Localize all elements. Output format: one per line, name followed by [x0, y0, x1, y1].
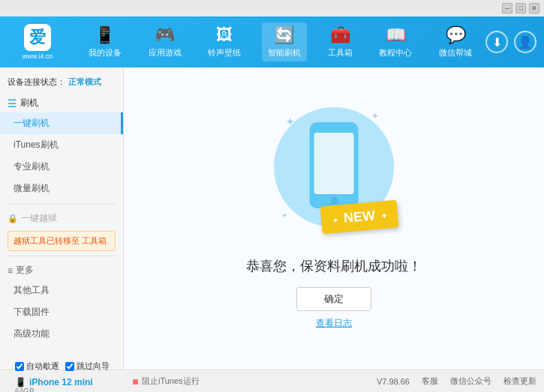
main-area: 设备连接状态： 正常模式 ☰ 刷机 一键刷机 iTunes刷机 专业刷机 微量刷… [0, 67, 544, 370]
phone-shape [310, 122, 359, 208]
nav-bar: 📱 我的设备 🎮 应用游戏 🖼 铃声壁纸 🔄 智能刷机 🧰 工具箱 📖 教程中心… [75, 22, 485, 61]
more-section-label: 更多 [16, 264, 34, 277]
user-btn[interactable]: 👤 [514, 31, 536, 53]
phone-illustration: ✦ ✦ ✦ NEW [274, 107, 394, 242]
wechat-pub-link[interactable]: 微信公众号 [450, 376, 491, 387]
device-name-text: iPhone 12 mini [29, 377, 93, 388]
device-icon: 📱 [15, 377, 26, 388]
status-bar: 设备连接状态： 正常模式 [0, 73, 123, 94]
stop-itunes-area: ⏹ 阻止iTunes运行 [131, 376, 377, 387]
auto-dismiss-label: 自动歇逐 [26, 361, 59, 372]
title-bar: ─ □ ✕ [0, 0, 544, 16]
nav-tools[interactable]: 🧰 工具箱 [322, 22, 359, 61]
more-section-header: ≡ 更多 [0, 261, 123, 280]
sidebar-disabled-jailbreak: 🔒 一键越狱 [0, 209, 123, 228]
status-label: 设备连接状态： [8, 76, 65, 88]
nav-apps-icon: 🎮 [155, 25, 175, 45]
flash-section-header: ☰ 刷机 [0, 94, 123, 112]
bottom-bar: 自动歇逐 跳过向导 📱 iPhone 12 mini 64GB Down-12m… [0, 370, 544, 392]
jailbreak-notice: 越狱工具已转移至 工具箱 [8, 231, 116, 251]
confirm-button[interactable]: 确定 [296, 287, 371, 311]
sidebar-item-data-label: 微量刷机 [14, 183, 50, 193]
success-text: 恭喜您，保资料刷机成功啦！ [246, 257, 422, 275]
nav-wechat-icon: 💬 [446, 25, 466, 45]
nav-smartflash[interactable]: 🔄 智能刷机 [262, 22, 307, 61]
nav-wallpaper[interactable]: 🖼 铃声壁纸 [202, 22, 247, 61]
sidebar-item-other-label: 其他工具 [14, 285, 50, 295]
nav-tutorial-label: 教程中心 [379, 47, 412, 58]
daily-link[interactable]: 查看日志 [316, 317, 352, 330]
sidebar-item-advanced[interactable]: 高级功能 [0, 323, 123, 345]
nav-tutorial-icon: 📖 [386, 25, 406, 45]
skip-wizard-input[interactable] [65, 362, 74, 371]
logo[interactable]: 爱 www.i4.cn [8, 24, 68, 60]
auto-dismiss-input[interactable] [15, 362, 24, 371]
nav-tools-icon: 🧰 [330, 25, 350, 45]
nav-mydevice[interactable]: 📱 我的设备 [83, 22, 128, 61]
close-btn[interactable]: ✕ [529, 3, 539, 13]
header: 爱 www.i4.cn 📱 我的设备 🎮 应用游戏 🖼 铃声壁纸 🔄 智能刷机 … [0, 16, 544, 67]
skip-wizard-checkbox[interactable]: 跳过向导 [65, 361, 110, 372]
stop-itunes-icon: ⏹ [131, 377, 140, 386]
flash-icon: ☰ [8, 97, 17, 109]
device-info: 📱 iPhone 12 mini 64GB Down-12mini-13,1 [8, 374, 131, 392]
sidebar-item-advanced-label: 高级功能 [14, 328, 50, 339]
sidebar-item-firmware-label: 下载固件 [14, 307, 50, 317]
sidebar-item-other[interactable]: 其他工具 [0, 280, 123, 301]
skip-wizard-label: 跳过向导 [77, 361, 110, 372]
new-badge-text: NEW [343, 208, 376, 226]
auto-dismiss-checkbox[interactable]: 自动歇逐 [15, 361, 59, 372]
version-text: V7.98.66 [377, 377, 410, 386]
sidebar: 设备连接状态： 正常模式 ☰ 刷机 一键刷机 iTunes刷机 专业刷机 微量刷… [0, 67, 124, 370]
bottom-right: V7.98.66 客服 微信公众号 检查更新 [377, 376, 536, 387]
sparkle-3: ✦ [281, 211, 287, 220]
flash-section-label: 刷机 [20, 97, 38, 109]
jailbreak-notice-text: 越狱工具已转移至 工具箱 [14, 236, 107, 245]
nav-apps[interactable]: 🎮 应用游戏 [143, 22, 188, 61]
stop-itunes-label: 阻止iTunes运行 [142, 376, 200, 387]
checkboxes-row: 自动歇逐 跳过向导 [8, 358, 131, 374]
sidebar-item-firmware[interactable]: 下载固件 [0, 301, 123, 323]
bottom-left-section: 自动歇逐 跳过向导 📱 iPhone 12 mini 64GB Down-12m… [8, 358, 131, 392]
sidebar-item-itunes[interactable]: iTunes刷机 [0, 134, 123, 156]
check-update-link[interactable]: 检查更新 [503, 376, 536, 387]
logo-icon: 爱 [24, 24, 51, 51]
nav-tutorial[interactable]: 📖 教程中心 [373, 22, 418, 61]
nav-wallpaper-icon: 🖼 [216, 25, 233, 45]
header-actions: ⬇ 👤 [485, 31, 536, 53]
confirm-btn-label: 确定 [324, 293, 344, 304]
phone-home-button [330, 197, 338, 205]
status-value: 正常模式 [68, 76, 101, 88]
sidebar-item-data[interactable]: 微量刷机 [0, 178, 123, 199]
stop-itunes: ⏹ 阻止iTunes运行 [131, 376, 200, 387]
nav-mydevice-label: 我的设备 [89, 47, 122, 58]
device-storage: 64GB [15, 388, 131, 392]
sidebar-item-pro[interactable]: 专业刷机 [0, 156, 123, 178]
new-badge: NEW [320, 200, 399, 235]
nav-wechat[interactable]: 💬 微信帮城 [433, 22, 478, 61]
nav-tools-label: 工具箱 [328, 47, 353, 58]
sidebar-item-onekey[interactable]: 一键刷机 [0, 112, 123, 134]
minimize-btn[interactable]: ─ [502, 3, 512, 13]
lock-icon: 🔒 [8, 214, 18, 223]
sidebar-item-pro-label: 专业刷机 [14, 161, 50, 172]
nav-smartflash-label: 智能刷机 [268, 47, 301, 58]
nav-apps-label: 应用游戏 [149, 47, 182, 58]
nav-wechat-label: 微信帮城 [439, 47, 472, 58]
download-btn[interactable]: ⬇ [485, 31, 508, 53]
sidebar-divider-1 [8, 204, 116, 205]
maximize-btn[interactable]: □ [515, 3, 526, 13]
service-link[interactable]: 客服 [422, 376, 438, 387]
nav-mydevice-icon: 📱 [95, 25, 115, 45]
nav-smartflash-icon: 🔄 [274, 25, 294, 45]
disabled-jailbreak-label: 一键越狱 [21, 212, 57, 225]
nav-wallpaper-label: 铃声壁纸 [208, 47, 241, 58]
logo-site: www.i4.cn [23, 52, 53, 60]
phone-screen [314, 133, 354, 194]
sparkle-1: ✦ [285, 115, 295, 129]
more-section-icon: ≡ [8, 265, 13, 276]
sidebar-divider-2 [8, 256, 116, 256]
sidebar-item-itunes-label: iTunes刷机 [14, 139, 59, 150]
device-name: 📱 iPhone 12 mini [15, 377, 131, 388]
sparkle-2: ✦ [371, 111, 379, 121]
